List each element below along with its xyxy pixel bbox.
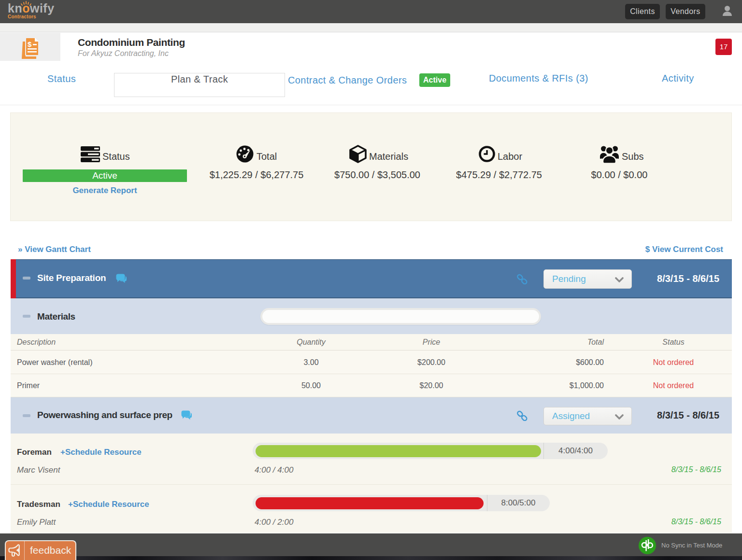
svg-text:$: $	[28, 40, 32, 48]
